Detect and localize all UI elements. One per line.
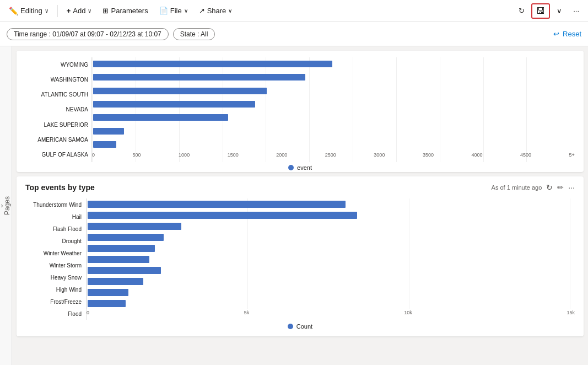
bottom-chart-label: Flash Flood bbox=[25, 226, 82, 232]
share-button[interactable]: ↗ Share ∨ bbox=[195, 4, 237, 17]
grid-line bbox=[309, 57, 310, 162]
grid-line bbox=[266, 57, 266, 162]
pencil-icon: ✏️ bbox=[9, 7, 18, 15]
bottom-chart-label: Hail bbox=[25, 214, 82, 220]
plus-icon: + bbox=[67, 7, 71, 15]
pages-label: Pages bbox=[3, 196, 11, 215]
bottom-chart-panel: Top events by type As of 1 minute ago ↻ … bbox=[17, 176, 584, 336]
file-icon: 📄 bbox=[159, 7, 168, 15]
top-chart-label: WYOMING bbox=[25, 62, 88, 68]
toolbar-right: ↻ 🖫 ∨ ··· bbox=[514, 3, 584, 19]
top-bar-chart: WYOMINGWASHINGTONATLANTIC SOUTHNEVADALAK… bbox=[25, 57, 575, 162]
bottom-x-axis: 05k10k15k bbox=[87, 310, 575, 320]
bottom-chart-labels: Thunderstorm WindHailFlash FloodDroughtW… bbox=[25, 198, 86, 320]
bottom-chart-label: Frost/Freeze bbox=[25, 299, 82, 305]
state-filter[interactable]: State : All bbox=[173, 28, 215, 40]
state-label: State : All bbox=[180, 30, 208, 38]
x-axis-label: 1000 bbox=[179, 152, 190, 162]
bottom-bar bbox=[88, 212, 357, 219]
bottom-chart-label: High Wind bbox=[25, 287, 82, 293]
save-icon: 🖫 bbox=[536, 6, 545, 16]
file-label: File bbox=[170, 7, 182, 15]
x-axis-label: 1500 bbox=[228, 152, 239, 162]
filter-bar: Time range : 01/09/07 at 09:07 - 02/12/2… bbox=[0, 22, 588, 46]
bottom-bar-chart: Thunderstorm WindHailFlash FloodDroughtW… bbox=[25, 198, 575, 320]
x-axis-label: 4000 bbox=[471, 152, 482, 162]
toolbar: ✏️ Editing ∨ + Add ∨ ⊞ Parameters 📄 File… bbox=[0, 0, 588, 22]
top-bar bbox=[93, 61, 332, 67]
legend-dot bbox=[288, 165, 294, 170]
x-axis-label: 0 bbox=[92, 152, 95, 162]
bottom-x-label: 15k bbox=[567, 310, 575, 320]
more-options-button[interactable]: ··· bbox=[569, 4, 584, 17]
bottom-chart-title: Top events by type bbox=[25, 183, 95, 192]
bottom-x-label: 10k bbox=[404, 310, 412, 320]
top-chart-label: WASHINGTON bbox=[25, 77, 88, 83]
chart-header-icons: ↻ ✏ ··· bbox=[546, 183, 575, 192]
top-chart-bars-area: 0500100015002000250030003500400045005+ bbox=[91, 57, 575, 162]
refresh-button[interactable]: ↻ bbox=[514, 4, 529, 17]
bottom-chart-label: Drought bbox=[25, 238, 82, 244]
bottom-bar bbox=[88, 278, 143, 285]
grid-line bbox=[483, 57, 484, 162]
divider bbox=[57, 5, 58, 17]
undo-icon: ↩ bbox=[553, 30, 559, 38]
bottom-chart-label: Winter Storm bbox=[25, 262, 82, 269]
bottom-chart-label: Winter Weather bbox=[25, 250, 82, 256]
reset-label: Reset bbox=[563, 30, 581, 38]
x-axis-label: 2000 bbox=[276, 152, 287, 162]
pages-arrow: › bbox=[1, 202, 3, 210]
reset-area[interactable]: ↩ Reset bbox=[553, 30, 581, 38]
grid-line bbox=[179, 57, 180, 162]
top-chart-label: ATLANTIC SOUTH bbox=[25, 92, 88, 98]
save-button[interactable]: 🖫 bbox=[531, 3, 550, 19]
parameters-label: Parameters bbox=[111, 7, 148, 15]
top-chart-label: NEVADA bbox=[25, 106, 88, 112]
x-axis-label: 4500 bbox=[520, 152, 531, 162]
share-icon: ↗ bbox=[199, 7, 205, 15]
grid-line bbox=[526, 57, 527, 162]
top-chart-panel: WYOMINGWASHINGTONATLANTIC SOUTHNEVADALAK… bbox=[17, 51, 584, 172]
top-chart-label: GULF OF ALASKA bbox=[25, 152, 88, 158]
top-chart-label: AMERICAN SAMOA bbox=[25, 137, 88, 143]
bottom-bar bbox=[88, 300, 126, 307]
bottom-legend-label: Count bbox=[296, 323, 312, 330]
bottom-chart-label: Thunderstorm Wind bbox=[25, 202, 82, 208]
x-axis-label: 5+ bbox=[569, 152, 575, 162]
top-bar bbox=[93, 74, 305, 80]
chart-refresh-icon[interactable]: ↻ bbox=[546, 183, 553, 192]
grid-line bbox=[87, 198, 87, 309]
editing-button[interactable]: ✏️ Editing ∨ bbox=[4, 4, 53, 18]
grid-line bbox=[440, 57, 440, 162]
bottom-bar bbox=[88, 201, 346, 208]
bottom-bar bbox=[88, 223, 181, 230]
bottom-legend-dot bbox=[288, 324, 293, 329]
chevron-button[interactable]: ∨ bbox=[552, 4, 567, 17]
top-legend-label: event bbox=[297, 164, 312, 171]
chart-more-icon[interactable]: ··· bbox=[568, 183, 575, 192]
main-area: › Pages WYOMINGWASHINGTONATLANTIC SOUTHN… bbox=[0, 46, 588, 365]
editing-label: Editing bbox=[20, 7, 42, 15]
top-bar bbox=[93, 128, 124, 135]
parameters-icon: ⊞ bbox=[103, 7, 109, 15]
bottom-chart-label: Flood bbox=[25, 311, 82, 317]
bottom-bar bbox=[88, 267, 161, 274]
top-chart-legend: event bbox=[25, 164, 575, 171]
time-range-filter[interactable]: Time range : 01/09/07 at 09:07 - 02/12/2… bbox=[7, 28, 169, 40]
grid-line bbox=[570, 198, 570, 309]
top-chart-label: LAKE SUPERIOR bbox=[25, 122, 88, 128]
pages-sidebar[interactable]: › Pages bbox=[0, 46, 12, 365]
grid-line bbox=[353, 57, 353, 162]
chart-edit-icon[interactable]: ✏ bbox=[557, 183, 564, 192]
chevron-down-icon2: ∨ bbox=[88, 8, 91, 14]
bottom-chart-legend: Count bbox=[25, 323, 575, 330]
add-button[interactable]: + Add ∨ bbox=[62, 4, 96, 17]
file-button[interactable]: 📄 File ∨ bbox=[155, 4, 192, 17]
grid-line bbox=[396, 57, 397, 162]
top-bar bbox=[93, 88, 267, 94]
parameters-button[interactable]: ⊞ Parameters bbox=[98, 4, 152, 17]
top-bar bbox=[93, 114, 228, 121]
content-area: WYOMINGWASHINGTONATLANTIC SOUTHNEVADALAK… bbox=[12, 46, 588, 365]
bottom-bar bbox=[88, 256, 149, 263]
bottom-x-label: 5k bbox=[244, 310, 250, 320]
